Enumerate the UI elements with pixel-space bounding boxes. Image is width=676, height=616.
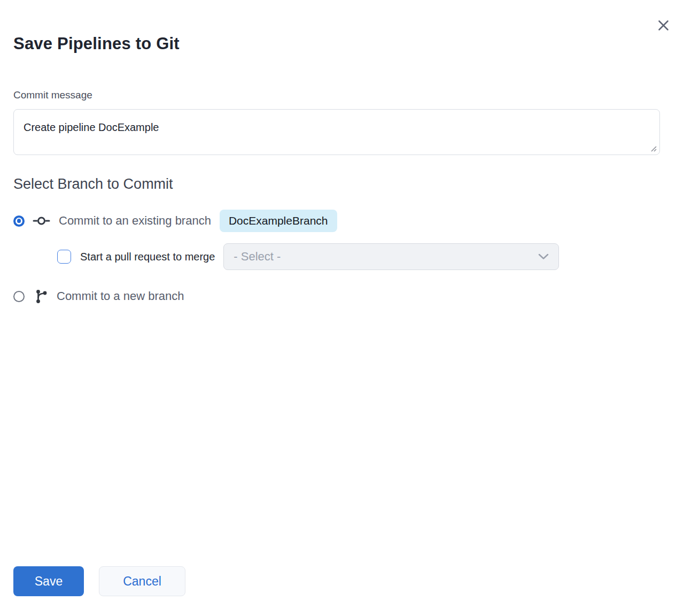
pull-request-checkbox[interactable] <box>57 250 71 264</box>
cancel-button[interactable]: Cancel <box>99 566 185 596</box>
new-branch-radio[interactable] <box>13 291 25 302</box>
pull-request-label: Start a pull request to merge <box>80 251 215 263</box>
merge-target-select[interactable]: - Select - <box>223 243 559 270</box>
branch-name-badge: DocExampleBranch <box>220 210 337 232</box>
dialog-footer: Save Cancel <box>13 566 185 596</box>
git-branch-icon <box>35 289 48 304</box>
close-button[interactable] <box>656 18 671 33</box>
merge-target-select-value: - Select - <box>234 250 281 264</box>
save-button[interactable]: Save <box>13 566 84 596</box>
commit-message-input[interactable]: Create pipeline DocExample <box>13 109 660 155</box>
save-pipelines-dialog: Save Pipelines to Git Commit message Cre… <box>0 0 676 616</box>
close-icon <box>658 20 669 31</box>
new-branch-label: Commit to a new branch <box>57 289 184 303</box>
dialog-title: Save Pipelines to Git <box>13 34 180 53</box>
git-commit-icon <box>33 215 50 227</box>
commit-message-label: Commit message <box>13 89 92 101</box>
existing-branch-label: Commit to an existing branch <box>59 214 211 228</box>
chevron-down-icon <box>538 253 549 260</box>
commit-message-field: Create pipeline DocExample <box>13 109 660 155</box>
existing-branch-radio[interactable] <box>13 215 25 227</box>
branch-section-heading: Select Branch to Commit <box>13 176 173 192</box>
new-branch-option-row: Commit to a new branch <box>13 284 184 308</box>
pull-request-row: Start a pull request to merge - Select - <box>57 243 559 270</box>
existing-branch-option-row: Commit to an existing branch DocExampleB… <box>13 209 337 233</box>
